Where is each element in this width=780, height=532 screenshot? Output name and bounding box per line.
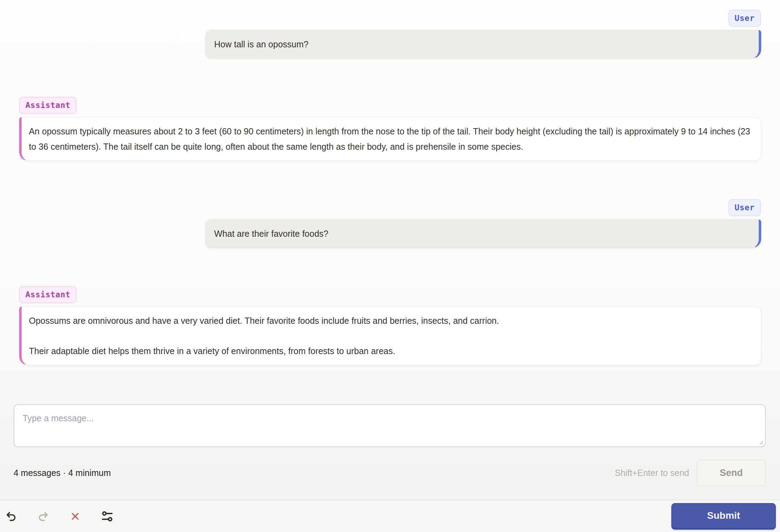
- settings-button[interactable]: [100, 509, 114, 524]
- message-group-user: User How tall is an opossum?: [0, 10, 780, 58]
- chat-transcript: User How tall is an opossum? Assistant A…: [0, 0, 780, 365]
- sliders-icon: [101, 510, 114, 523]
- message-input[interactable]: [14, 404, 766, 447]
- redo-icon: [37, 510, 49, 522]
- message-group-user: User What are their favorite foods?: [0, 199, 780, 248]
- close-icon: [70, 511, 80, 522]
- message-count-status: 4 messages · 4 minimum: [14, 468, 111, 478]
- assistant-message-bubble: Opossums are omnivorous and have a very …: [19, 306, 761, 365]
- resize-grip-icon[interactable]: [758, 439, 763, 445]
- message-text: Their adaptable diet helps them thrive i…: [29, 343, 751, 359]
- message-text: What are their favorite foods?: [214, 226, 750, 241]
- redo-button[interactable]: [36, 509, 50, 524]
- assistant-message-bubble: An opossum typically measures about 2 to…: [19, 117, 761, 161]
- message-text: An opossum typically measures about 2 to…: [29, 124, 751, 154]
- undo-button[interactable]: [4, 509, 18, 524]
- submit-button[interactable]: Submit: [671, 503, 776, 530]
- role-badge-assistant: Assistant: [19, 97, 77, 114]
- send-shortcut-hint: Shift+Enter to send: [615, 468, 689, 478]
- undo-icon: [5, 510, 17, 522]
- message-text: How tall is an opossum?: [214, 37, 750, 52]
- message-text: Opossums are omnivorous and have a very …: [29, 313, 751, 328]
- user-message-bubble: How tall is an opossum?: [205, 30, 761, 58]
- composer-status-row: 4 messages · 4 minimum Shift+Enter to se…: [14, 460, 766, 486]
- message-group-assistant: Assistant An opossum typically measures …: [0, 97, 780, 161]
- composer: 4 messages · 4 minimum Shift+Enter to se…: [0, 404, 780, 486]
- delete-button[interactable]: [68, 509, 82, 524]
- message-group-assistant: Assistant Opossums are omnivorous and ha…: [0, 286, 780, 365]
- bottom-toolbar: Submit: [0, 500, 780, 532]
- send-button[interactable]: Send: [697, 460, 766, 486]
- user-message-bubble: What are their favorite foods?: [205, 219, 761, 248]
- role-badge-user: User: [728, 10, 761, 27]
- role-badge-user: User: [728, 199, 761, 216]
- role-badge-assistant: Assistant: [19, 286, 77, 303]
